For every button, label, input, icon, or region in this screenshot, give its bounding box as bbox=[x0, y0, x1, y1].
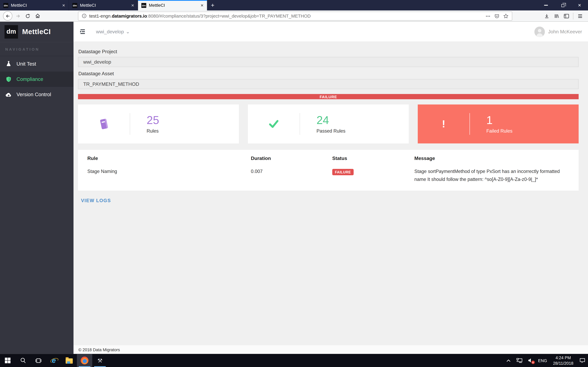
action-center-button[interactable] bbox=[577, 354, 588, 367]
chevron-down-icon: ⌄ bbox=[126, 29, 130, 34]
hidden-icons-button[interactable] bbox=[504, 354, 513, 367]
clock[interactable]: 4:24 PM 28/11/2018 bbox=[550, 354, 577, 367]
close-button[interactable]: ✕ bbox=[571, 0, 588, 10]
language-indicator[interactable]: ENG bbox=[536, 354, 550, 367]
user-menu[interactable]: John McKeever bbox=[534, 26, 582, 37]
project-field[interactable]: wwi_develop bbox=[78, 57, 579, 67]
browser-titlebar: dm MettleCI ✕ dm MettleCI ✕ dm MettleCI … bbox=[0, 0, 588, 10]
page-actions-icon[interactable]: ••• bbox=[486, 14, 491, 18]
col-message: Message bbox=[414, 155, 569, 161]
reload-icon bbox=[25, 13, 30, 18]
back-button[interactable] bbox=[3, 11, 12, 20]
internet-explorer-button[interactable]: e bbox=[46, 354, 61, 367]
network-tray-button[interactable] bbox=[513, 354, 525, 367]
view-logs-link[interactable]: VIEW LOGS bbox=[81, 198, 111, 203]
tab-close-icon[interactable]: ✕ bbox=[131, 3, 134, 7]
restore-icon bbox=[561, 4, 564, 7]
chevron-up-icon bbox=[506, 359, 511, 362]
file-explorer-button[interactable] bbox=[61, 354, 77, 367]
exclamation-icon: ! bbox=[418, 118, 469, 130]
asset-field[interactable]: TR_PAYMENT_METHOD bbox=[78, 79, 579, 89]
url-bar[interactable]: test1-engn.datamigrators.io:8080/#/compl… bbox=[78, 11, 512, 20]
browser-tab-3-active[interactable]: dm MettleCI ✕ bbox=[138, 0, 207, 10]
app-footer: © 2018 Data Migrators bbox=[73, 345, 588, 354]
nav-section-label: NAVIGATION bbox=[0, 42, 73, 56]
sidebar-collapse-icon[interactable] bbox=[79, 29, 86, 34]
firefox-icon bbox=[81, 357, 88, 364]
app-header: wwi_develop ⌄ John McKeever bbox=[73, 22, 588, 42]
url-path: :8080/#/compliance/status/3?project=wwi_… bbox=[147, 13, 311, 18]
window-controls: ✕ bbox=[537, 0, 588, 10]
failed-rules-card: ! 1 Failed Rules bbox=[418, 104, 579, 143]
site-favicon: dm bbox=[72, 3, 77, 8]
pocket-icon[interactable] bbox=[494, 13, 500, 18]
browser-tab-2[interactable]: dm MettleCI ✕ bbox=[69, 0, 138, 10]
tray-date: 28/11/2018 bbox=[553, 360, 573, 366]
minimize-button[interactable] bbox=[537, 0, 554, 10]
table-header-row: Rule Duration Status Message bbox=[78, 155, 579, 161]
main-area: wwi_develop ⌄ John McKeever Datastage Pr… bbox=[73, 22, 588, 354]
firefox-button[interactable] bbox=[77, 354, 92, 367]
tab-close-icon[interactable]: ✕ bbox=[200, 3, 204, 7]
library-icon bbox=[554, 13, 559, 18]
passed-rules-card: 24 Passed Rules bbox=[248, 104, 409, 143]
sidebar-item-label: Version Control bbox=[17, 92, 51, 97]
avatar bbox=[534, 26, 545, 37]
minimize-icon bbox=[544, 5, 548, 6]
home-button[interactable] bbox=[33, 11, 43, 21]
cell-message: Stage sortPaymentMethod of type PxSort h… bbox=[414, 168, 569, 184]
library-button[interactable] bbox=[552, 11, 561, 21]
failure-status-badge: FAILURE bbox=[332, 169, 354, 175]
downloads-button[interactable] bbox=[542, 11, 552, 21]
forward-button[interactable] bbox=[13, 11, 23, 21]
browser-tab-1[interactable]: dm MettleCI ✕ bbox=[0, 0, 69, 10]
tab-title: MettleCI bbox=[149, 3, 198, 8]
app-window: dm MettleCI NAVIGATION Unit Test Complia… bbox=[0, 22, 588, 354]
brand-name: MettleCI bbox=[22, 28, 51, 36]
url-domain: datamigrators.io bbox=[112, 13, 147, 18]
user-name: John McKeever bbox=[548, 29, 582, 34]
urlbar-actions: ••• bbox=[486, 13, 509, 18]
file-explorer-icon bbox=[66, 359, 73, 364]
taskbar-search-button[interactable] bbox=[15, 354, 31, 367]
cloud-upload-icon bbox=[6, 92, 12, 97]
brand-logo: dm bbox=[4, 25, 18, 39]
new-tab-button[interactable]: + bbox=[207, 0, 218, 10]
passed-rules-label: Passed Rules bbox=[317, 128, 346, 133]
project-field-label: Datastage Project bbox=[78, 49, 579, 54]
speaker-muted-icon: ✕ bbox=[528, 358, 533, 363]
bookmark-star-icon[interactable] bbox=[503, 13, 509, 18]
results-table: Rule Duration Status Message Stage Namin… bbox=[78, 150, 579, 191]
restore-button[interactable] bbox=[554, 0, 571, 10]
tools-app-button[interactable]: ⚒ bbox=[92, 354, 107, 367]
tab-close-icon[interactable]: ✕ bbox=[62, 3, 65, 7]
sidebar-item-unit-test[interactable]: Unit Test bbox=[0, 56, 73, 71]
sidebar-item-compliance[interactable]: Compliance bbox=[0, 72, 73, 87]
rules-label: Rules bbox=[147, 128, 159, 133]
home-icon bbox=[35, 13, 40, 19]
download-icon bbox=[544, 13, 549, 18]
rules-card: 25 Rules bbox=[78, 104, 239, 143]
start-button[interactable] bbox=[0, 354, 15, 367]
table-row: Stage Naming 0.007 FAILURE Stage sortPay… bbox=[78, 169, 579, 184]
tab-title: MettleCI bbox=[80, 3, 129, 8]
reload-button[interactable] bbox=[23, 11, 33, 21]
site-info-icon[interactable] bbox=[82, 13, 87, 18]
notification-icon bbox=[579, 358, 585, 363]
brand: dm MettleCI bbox=[0, 22, 73, 42]
windows-taskbar: e ⚒ ✕ ENG 4:24 PM bbox=[0, 354, 588, 367]
project-selector[interactable]: wwi_develop ⌄ bbox=[96, 29, 130, 34]
volume-tray-button[interactable]: ✕ bbox=[525, 354, 536, 367]
asset-field-label: Datastage Asset bbox=[78, 71, 579, 76]
failed-rules-label: Failed Rules bbox=[486, 128, 512, 133]
system-tray: ✕ ENG 4:24 PM 28/11/2018 bbox=[504, 354, 588, 367]
tab-title: MettleCI bbox=[11, 3, 60, 8]
sidebar-item-version-control[interactable]: Version Control bbox=[0, 87, 73, 102]
sidebar-toggle-button[interactable] bbox=[561, 11, 571, 21]
url-text: test1-engn.datamigrators.io:8080/#/compl… bbox=[89, 13, 311, 18]
check-icon bbox=[248, 120, 300, 128]
site-favicon: dm bbox=[3, 3, 8, 8]
search-icon bbox=[20, 357, 26, 364]
task-view-button[interactable] bbox=[31, 354, 46, 367]
menu-button[interactable] bbox=[575, 11, 585, 21]
